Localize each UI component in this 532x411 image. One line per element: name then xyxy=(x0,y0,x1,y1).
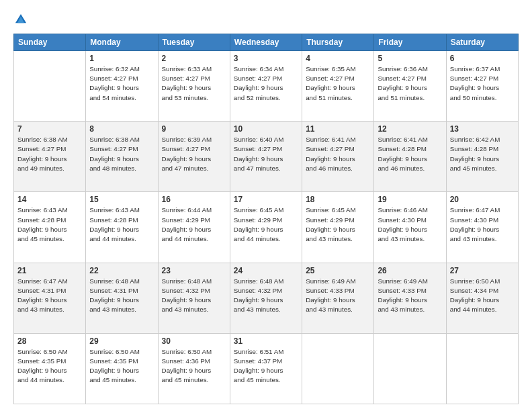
calendar-cell: 6Sunrise: 6:37 AMSunset: 4:27 PMDaylight… xyxy=(446,51,518,122)
calendar-cell: 22Sunrise: 6:48 AMSunset: 4:31 PMDayligh… xyxy=(86,263,158,333)
day-info: Sunrise: 6:50 AMSunset: 4:35 PMDaylight:… xyxy=(89,347,154,385)
weekday-header-row: SundayMondayTuesdayWednesdayThursdayFrid… xyxy=(14,34,519,51)
calendar-cell xyxy=(446,333,518,404)
calendar-cell: 9Sunrise: 6:39 AMSunset: 4:27 PMDaylight… xyxy=(158,122,230,192)
day-number: 17 xyxy=(234,195,298,204)
weekday-header-wednesday: Wednesday xyxy=(230,34,302,51)
day-info: Sunrise: 6:43 AMSunset: 4:28 PMDaylight:… xyxy=(89,205,154,244)
calendar-cell: 29Sunrise: 6:50 AMSunset: 4:35 PMDayligh… xyxy=(86,333,158,404)
day-info: Sunrise: 6:51 AMSunset: 4:37 PMDaylight:… xyxy=(234,347,298,385)
calendar-cell: 12Sunrise: 6:41 AMSunset: 4:28 PMDayligh… xyxy=(374,122,446,192)
day-number: 23 xyxy=(162,266,226,275)
day-number: 12 xyxy=(378,124,442,134)
calendar-table: SundayMondayTuesdayWednesdayThursdayFrid… xyxy=(13,34,519,404)
day-number: 9 xyxy=(162,124,226,134)
day-info: Sunrise: 6:45 AMSunset: 4:29 PMDaylight:… xyxy=(234,205,298,244)
day-number: 28 xyxy=(17,336,82,346)
calendar-cell: 17Sunrise: 6:45 AMSunset: 4:29 PMDayligh… xyxy=(230,192,302,263)
calendar-cell: 11Sunrise: 6:41 AMSunset: 4:27 PMDayligh… xyxy=(302,122,374,192)
day-number: 31 xyxy=(234,336,298,346)
calendar-cell: 16Sunrise: 6:44 AMSunset: 4:29 PMDayligh… xyxy=(158,192,230,263)
day-number: 13 xyxy=(450,124,515,134)
day-info: Sunrise: 6:39 AMSunset: 4:27 PMDaylight:… xyxy=(162,135,226,173)
day-number: 2 xyxy=(162,54,226,63)
day-number: 1 xyxy=(89,54,154,63)
day-number: 4 xyxy=(306,54,370,63)
day-number: 27 xyxy=(450,266,515,275)
calendar-cell xyxy=(374,333,446,404)
day-number: 8 xyxy=(89,124,154,134)
weekday-header-thursday: Thursday xyxy=(302,34,374,51)
header xyxy=(13,12,519,27)
calendar-cell xyxy=(14,51,86,122)
calendar-week-row: 14Sunrise: 6:43 AMSunset: 4:28 PMDayligh… xyxy=(14,192,519,263)
calendar-cell: 28Sunrise: 6:50 AMSunset: 4:35 PMDayligh… xyxy=(14,333,86,404)
day-number: 16 xyxy=(162,195,226,204)
day-info: Sunrise: 6:42 AMSunset: 4:28 PMDaylight:… xyxy=(450,135,515,173)
day-info: Sunrise: 6:33 AMSunset: 4:27 PMDaylight:… xyxy=(162,64,226,103)
calendar-cell: 21Sunrise: 6:47 AMSunset: 4:31 PMDayligh… xyxy=(14,263,86,333)
calendar-cell: 15Sunrise: 6:43 AMSunset: 4:28 PMDayligh… xyxy=(86,192,158,263)
weekday-header-saturday: Saturday xyxy=(446,34,518,51)
day-number: 11 xyxy=(306,124,370,134)
day-info: Sunrise: 6:35 AMSunset: 4:27 PMDaylight:… xyxy=(306,64,370,103)
day-number: 19 xyxy=(378,195,442,204)
calendar-cell: 2Sunrise: 6:33 AMSunset: 4:27 PMDaylight… xyxy=(158,51,230,122)
day-info: Sunrise: 6:50 AMSunset: 4:34 PMDaylight:… xyxy=(450,277,515,315)
calendar-cell: 1Sunrise: 6:32 AMSunset: 4:27 PMDaylight… xyxy=(86,51,158,122)
weekday-header-monday: Monday xyxy=(86,34,158,51)
calendar-week-row: 28Sunrise: 6:50 AMSunset: 4:35 PMDayligh… xyxy=(14,333,519,404)
calendar-cell: 25Sunrise: 6:49 AMSunset: 4:33 PMDayligh… xyxy=(302,263,374,333)
day-info: Sunrise: 6:41 AMSunset: 4:27 PMDaylight:… xyxy=(306,135,370,173)
calendar-cell: 31Sunrise: 6:51 AMSunset: 4:37 PMDayligh… xyxy=(230,333,302,404)
day-info: Sunrise: 6:43 AMSunset: 4:28 PMDaylight:… xyxy=(17,205,82,244)
calendar-cell: 4Sunrise: 6:35 AMSunset: 4:27 PMDaylight… xyxy=(302,51,374,122)
calendar-cell: 3Sunrise: 6:34 AMSunset: 4:27 PMDaylight… xyxy=(230,51,302,122)
day-number: 24 xyxy=(234,266,298,275)
day-number: 7 xyxy=(17,124,82,134)
calendar-cell: 13Sunrise: 6:42 AMSunset: 4:28 PMDayligh… xyxy=(446,122,518,192)
day-number: 15 xyxy=(89,195,154,204)
day-number: 30 xyxy=(162,336,226,346)
day-info: Sunrise: 6:48 AMSunset: 4:31 PMDaylight:… xyxy=(89,277,154,315)
weekday-header-friday: Friday xyxy=(374,34,446,51)
day-info: Sunrise: 6:50 AMSunset: 4:36 PMDaylight:… xyxy=(162,347,226,385)
page: SundayMondayTuesdayWednesdayThursdayFrid… xyxy=(0,0,532,411)
day-number: 3 xyxy=(234,54,298,63)
calendar-cell: 5Sunrise: 6:36 AMSunset: 4:27 PMDaylight… xyxy=(374,51,446,122)
calendar-week-row: 7Sunrise: 6:38 AMSunset: 4:27 PMDaylight… xyxy=(14,122,519,192)
day-number: 10 xyxy=(234,124,298,134)
day-number: 5 xyxy=(378,54,442,63)
weekday-header-sunday: Sunday xyxy=(14,34,86,51)
calendar-cell: 26Sunrise: 6:49 AMSunset: 4:33 PMDayligh… xyxy=(374,263,446,333)
day-info: Sunrise: 6:46 AMSunset: 4:30 PMDaylight:… xyxy=(378,205,442,244)
calendar-cell: 20Sunrise: 6:47 AMSunset: 4:30 PMDayligh… xyxy=(446,192,518,263)
day-info: Sunrise: 6:38 AMSunset: 4:27 PMDaylight:… xyxy=(17,135,82,173)
day-info: Sunrise: 6:49 AMSunset: 4:33 PMDaylight:… xyxy=(378,277,442,315)
day-info: Sunrise: 6:44 AMSunset: 4:29 PMDaylight:… xyxy=(162,205,226,244)
day-number: 6 xyxy=(450,54,515,63)
day-number: 20 xyxy=(450,195,515,204)
day-number: 18 xyxy=(306,195,370,204)
day-number: 29 xyxy=(89,336,154,346)
day-info: Sunrise: 6:47 AMSunset: 4:31 PMDaylight:… xyxy=(17,277,82,315)
day-number: 26 xyxy=(378,266,442,275)
day-info: Sunrise: 6:50 AMSunset: 4:35 PMDaylight:… xyxy=(17,347,82,385)
day-info: Sunrise: 6:37 AMSunset: 4:27 PMDaylight:… xyxy=(450,64,515,103)
logo xyxy=(13,12,31,27)
day-info: Sunrise: 6:34 AMSunset: 4:27 PMDaylight:… xyxy=(234,64,298,103)
day-info: Sunrise: 6:48 AMSunset: 4:32 PMDaylight:… xyxy=(162,277,226,315)
day-info: Sunrise: 6:45 AMSunset: 4:29 PMDaylight:… xyxy=(306,205,370,244)
day-number: 22 xyxy=(89,266,154,275)
calendar-cell: 19Sunrise: 6:46 AMSunset: 4:30 PMDayligh… xyxy=(374,192,446,263)
day-number: 25 xyxy=(306,266,370,275)
day-info: Sunrise: 6:49 AMSunset: 4:33 PMDaylight:… xyxy=(306,277,370,315)
calendar-week-row: 21Sunrise: 6:47 AMSunset: 4:31 PMDayligh… xyxy=(14,263,519,333)
calendar-cell: 27Sunrise: 6:50 AMSunset: 4:34 PMDayligh… xyxy=(446,263,518,333)
day-info: Sunrise: 6:36 AMSunset: 4:27 PMDaylight:… xyxy=(378,64,442,103)
logo-icon xyxy=(13,12,28,27)
calendar-cell: 14Sunrise: 6:43 AMSunset: 4:28 PMDayligh… xyxy=(14,192,86,263)
day-info: Sunrise: 6:40 AMSunset: 4:27 PMDaylight:… xyxy=(234,135,298,173)
calendar-cell: 8Sunrise: 6:38 AMSunset: 4:27 PMDaylight… xyxy=(86,122,158,192)
calendar-cell: 24Sunrise: 6:48 AMSunset: 4:32 PMDayligh… xyxy=(230,263,302,333)
